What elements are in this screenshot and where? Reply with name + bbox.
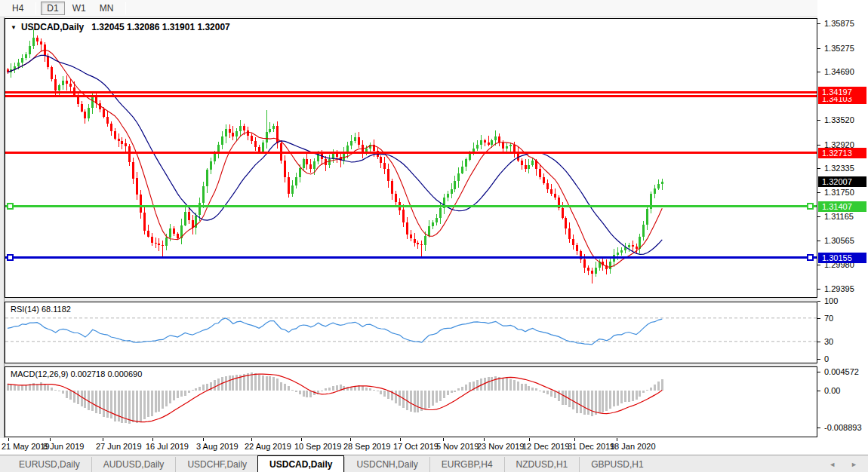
price-tick [817, 216, 820, 217]
date-axis[interactable]: 21 May 20198 Jun 201927 Jun 201916 Jul 2… [0, 438, 868, 455]
slow-ma-line [8, 55, 662, 254]
macd-tick [817, 391, 820, 391]
date-tick [8, 438, 9, 441]
tab-nzdusd-h1[interactable]: NZDUSD,H1 [504, 457, 580, 472]
date-axis-label: 3 Aug 2019 [196, 442, 239, 451]
rsi-label: RSI(14) 68.1182 [11, 305, 71, 314]
date-axis-label: 23 Nov 2019 [477, 442, 524, 451]
tab-usdchf-daily[interactable]: USDCHF,Daily [175, 457, 258, 472]
price-tick [817, 48, 820, 49]
date-tick [50, 438, 51, 441]
candlesticks [7, 29, 663, 284]
date-tick [529, 438, 530, 441]
date-tick [251, 438, 252, 441]
tab-usdcad-daily[interactable]: USDCAD,Daily [257, 455, 344, 472]
rsi-chart [5, 302, 817, 363]
price-axis-label: 1.29395 [824, 284, 854, 293]
macd-axis-label: 0.004572 [824, 367, 859, 376]
date-axis-label: 27 Jun 2019 [96, 442, 142, 451]
rsi-line [8, 318, 662, 345]
tab-scroll-right-icon[interactable]: ► [851, 461, 857, 468]
date-axis-label: 28 Sep 2019 [343, 442, 390, 451]
candlestick-chart [5, 19, 817, 297]
chart-tabs-bar: EURUSD,DailyAUDUSD,DailyUSDCHF,DailyUSDC… [0, 455, 868, 472]
date-tick [350, 438, 351, 441]
tab-usdcnh-daily[interactable]: USDCNH,Daily [344, 457, 429, 472]
date-tick [443, 438, 444, 441]
rsi-tick [817, 359, 820, 360]
rsi-tick [817, 301, 820, 302]
chart-title: ▼USDCAD,Daily1.32045 1.32086 1.31901 1.3… [11, 22, 230, 32]
price-badge-1.30155: 1.30155 [818, 253, 866, 263]
price-tick [817, 192, 820, 193]
date-axis-label: 22 Aug 2019 [245, 442, 291, 451]
macd-tick [817, 428, 820, 428]
date-axis-label: 18 Jan 2020 [610, 442, 656, 451]
price-tick [817, 241, 820, 241]
date-tick [203, 438, 204, 441]
timeframe-button-h4[interactable]: H4 [6, 2, 29, 15]
toolbar-separator [125, 2, 126, 14]
date-axis-label: 12 Dec 2019 [522, 442, 569, 451]
rsi-pane[interactable]: RSI(14) 68.1182 [5, 302, 817, 363]
tab-audusd-daily[interactable]: AUDUSD,Daily [91, 457, 176, 472]
price-tick [817, 72, 820, 72]
date-axis-label: 17 Oct 2019 [393, 442, 439, 451]
tab-scroll-left-icon[interactable]: ◄ [829, 461, 836, 468]
timeframe-button-mn[interactable]: MN [94, 2, 120, 15]
macd-axis-label: 0.00 [824, 386, 840, 395]
date-tick [574, 438, 575, 441]
tab-eurusd-daily[interactable]: EURUSD,Daily [8, 457, 91, 472]
price-tick [817, 265, 820, 265]
price-axis-label: 1.34690 [824, 67, 854, 76]
price-tick [817, 120, 820, 121]
date-axis-label: 31 Dec 2019 [568, 442, 614, 451]
date-tick [617, 438, 617, 441]
date-axis-label: 10 Sep 2019 [294, 442, 341, 451]
toolbar-separator [35, 2, 36, 14]
date-tick [400, 438, 401, 441]
chart-dropdown-icon[interactable]: ▼ [11, 24, 17, 31]
chart-title-symbol: USDCAD,Daily [21, 22, 84, 32]
date-tick [301, 438, 302, 441]
chart-title-ohlc: 1.32045 1.32086 1.31901 1.32007 [91, 22, 230, 32]
price-tick [817, 289, 820, 290]
price-tick [817, 145, 820, 146]
macd-label: MACD(12,26,9) 0.002718 0.000690 [11, 369, 142, 379]
price-tick [817, 23, 820, 24]
price-badge-1.32713: 1.32713 [818, 148, 866, 158]
price-axis-label: 1.35275 [824, 44, 854, 53]
date-axis-label: 8 Jun 2019 [43, 442, 84, 451]
tab-gbpusd-h1[interactable]: GBPUSD,H1 [579, 457, 654, 472]
price-badge-1.31407: 1.31407 [818, 201, 866, 212]
tab-eurgbp-h4[interactable]: EURGBP,H4 [429, 457, 504, 472]
price-badge-1.32007: 1.32007 [818, 176, 866, 187]
price-badge-1.34197: 1.34197 [818, 87, 866, 97]
date-tick [484, 438, 485, 441]
rsi-axis-label: 30 [824, 337, 833, 346]
price-axis[interactable]: 1.358751.352751.346901.335201.329201.323… [817, 0, 868, 455]
date-axis-label: 16 Jul 2019 [146, 442, 189, 451]
macd-signal-line [8, 374, 662, 422]
rsi-tick [817, 342, 820, 342]
price-axis-label: 1.30565 [824, 236, 854, 245]
price-axis-label: 1.32335 [824, 164, 854, 173]
price-axis-label: 1.33520 [824, 115, 854, 124]
mt4-chart-window: H4 D1 W1 MN ▼USDCAD,Daily1.32045 1.32086… [0, 0, 868, 472]
macd-pane[interactable]: MACD(12,26,9) 0.002718 0.000690 [5, 366, 817, 437]
timeframe-button-w1[interactable]: W1 [66, 2, 92, 15]
timeframe-button-d1[interactable]: D1 [41, 2, 64, 15]
price-axis-label: 1.35875 [824, 19, 854, 28]
macd-histogram [7, 372, 663, 424]
tab-scroll-arrows: ◄ ► [829, 461, 857, 468]
timeframe-toolbar: H4 D1 W1 MN [0, 0, 868, 17]
price-chart-pane[interactable]: ▼USDCAD,Daily1.32045 1.32086 1.31901 1.3… [5, 18, 817, 298]
date-tick [152, 438, 153, 441]
macd-axis-label: -0.008893 [824, 423, 862, 432]
date-axis-label: 5 Nov 2019 [436, 442, 479, 451]
price-tick [817, 168, 820, 169]
rsi-tick [817, 318, 820, 319]
price-axis-label: 1.31165 [824, 212, 854, 221]
rsi-axis-label: 100 [824, 296, 838, 305]
rsi-axis-label: 70 [824, 314, 833, 323]
